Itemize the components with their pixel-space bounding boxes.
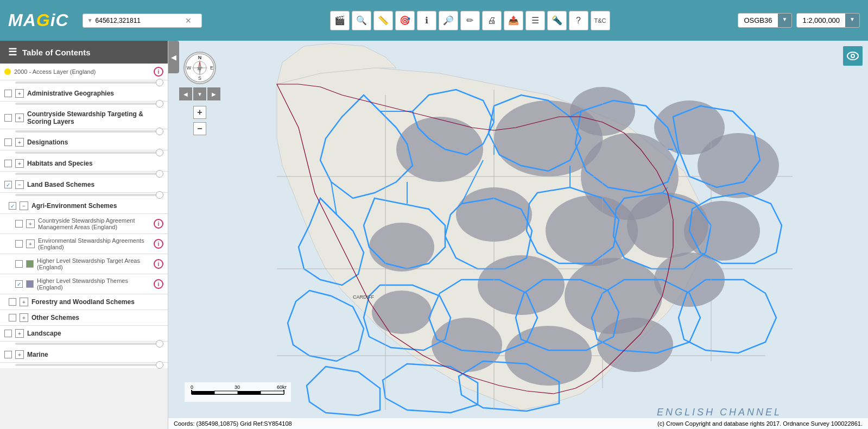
- habitats-expand[interactable]: [15, 159, 24, 168]
- landscape-checkbox[interactable]: [4, 330, 12, 337]
- admin-geo-opacity-track[interactable]: [15, 103, 163, 105]
- find-tool-button[interactable]: 🔦: [547, 11, 567, 30]
- cs-targeting-checkbox[interactable]: [4, 114, 12, 122]
- query-tool-button[interactable]: 🔎: [439, 11, 458, 30]
- sidebar-toggle-button[interactable]: ◀: [168, 41, 179, 73]
- admin-geo-checkbox[interactable]: [4, 90, 12, 97]
- nav-right-button[interactable]: ▶: [207, 87, 220, 100]
- land-schemes-opacity-track[interactable]: [15, 194, 163, 196]
- layer-cs-agreement: Countryside Stewardship Agreement Manage…: [0, 214, 168, 234]
- higher-level-target-info-btn[interactable]: i: [154, 259, 163, 269]
- cs-agreement-expand[interactable]: [26, 219, 35, 228]
- higher-level-target-checkbox[interactable]: [15, 260, 23, 268]
- layer-access: 2000 - Access Layer (England) i: [0, 64, 168, 80]
- svg-text:CARDIFF: CARDIFF: [353, 294, 374, 300]
- info-tool-button[interactable]: ℹ: [417, 11, 436, 30]
- nav-row: ◀ ▼ ▶: [179, 87, 220, 100]
- svg-rect-49: [261, 391, 284, 394]
- svg-rect-46: [192, 391, 214, 394]
- marine-opacity-track[interactable]: [15, 364, 163, 366]
- habitats-checkbox[interactable]: [4, 160, 12, 167]
- compass-rose: N S E W 30°: [183, 52, 216, 84]
- agri-env-checkbox[interactable]: [9, 202, 16, 210]
- eye-icon-button[interactable]: [843, 46, 863, 66]
- list-tool-button[interactable]: ☰: [525, 11, 545, 30]
- habitats-opacity-track[interactable]: [15, 173, 163, 175]
- other-schemes-checkbox[interactable]: [9, 314, 16, 321]
- search-tool-button[interactable]: 🔍: [352, 11, 371, 30]
- crs-dropdown-arrow[interactable]: ▼: [778, 14, 792, 27]
- toc-body[interactable]: 2000 - Access Layer (England) i Administ…: [0, 64, 168, 429]
- env-stewardship-checkbox[interactable]: [15, 240, 23, 248]
- crs-label: OSGB36: [738, 14, 777, 27]
- forestry-expand[interactable]: [20, 298, 28, 306]
- agri-env-expand[interactable]: [20, 201, 28, 210]
- access-legend-dot: [4, 68, 11, 75]
- toc-icon: ☰: [8, 46, 17, 58]
- tc-tool-button[interactable]: T&C: [591, 11, 610, 30]
- export-tool-button[interactable]: 📤: [504, 11, 523, 30]
- layer-higher-level-target: Higher Level Stewardship Target Areas (E…: [0, 254, 168, 274]
- layer-higher-level-target-label: Higher Level Stewardship Target Areas (E…: [37, 257, 150, 270]
- toc-title: Table of Contents: [22, 48, 91, 57]
- search-dropdown-icon[interactable]: ▼: [87, 17, 93, 23]
- search-input[interactable]: [96, 17, 182, 24]
- help-tool-button[interactable]: ?: [569, 11, 588, 30]
- layer-cs-targeting-label: Countryside Stewardship Targeting & Scor…: [27, 110, 163, 125]
- access-opacity-track[interactable]: [15, 81, 163, 84]
- higher-level-themes-checkbox[interactable]: [15, 280, 23, 288]
- designations-checkbox[interactable]: [4, 138, 12, 146]
- cs-targeting-opacity-track[interactable]: [15, 130, 163, 133]
- locate-tool-button[interactable]: 🎯: [395, 11, 415, 30]
- cs-targeting-expand[interactable]: [15, 113, 24, 122]
- svg-text:0: 0: [191, 384, 193, 390]
- layer-env-stewardship: Environmental Stewardship Agreements (En…: [0, 234, 168, 254]
- higher-level-themes-info-btn[interactable]: i: [154, 279, 163, 289]
- scale-label: 1:2,000,000: [797, 14, 845, 27]
- print-tool-button[interactable]: 🖨: [482, 11, 502, 30]
- scale-dropdown[interactable]: 1:2,000,000 ▼: [796, 13, 860, 28]
- nav-down-button[interactable]: ▼: [193, 87, 206, 100]
- search-clear-icon[interactable]: ✕: [185, 16, 192, 25]
- layer-access-label: 2000 - Access Layer (England): [14, 68, 150, 75]
- nav-left-button[interactable]: ◀: [179, 87, 192, 100]
- landscape-expand[interactable]: [15, 329, 24, 338]
- landscape-opacity-track[interactable]: [15, 343, 163, 345]
- layer-admin-geo-label: Administrative Geographies: [27, 90, 163, 97]
- sidebar: ☰ Table of Contents 2000 - Access Layer …: [0, 41, 168, 429]
- search-container[interactable]: ▼ ✕: [83, 14, 202, 28]
- crs-dropdown[interactable]: OSGB36 ▼: [738, 13, 792, 28]
- access-info-btn[interactable]: i: [154, 67, 163, 77]
- edit-tool-button[interactable]: ✏: [460, 11, 480, 30]
- svg-point-2: [396, 117, 483, 182]
- env-stewardship-info-btn[interactable]: i: [154, 239, 163, 249]
- forestry-checkbox[interactable]: [9, 298, 16, 306]
- land-schemes-checkbox[interactable]: [4, 181, 12, 188]
- cs-agreement-info-btn[interactable]: i: [154, 219, 163, 229]
- env-stewardship-expand[interactable]: [26, 239, 35, 248]
- layer-higher-level-themes-label: Higher Level Stewardship Themes (England…: [37, 277, 150, 291]
- layer-cs-targeting: Countryside Stewardship Targeting & Scor…: [0, 107, 168, 129]
- designations-opacity-track[interactable]: [15, 152, 163, 154]
- other-schemes-expand[interactable]: [20, 313, 28, 322]
- map-container[interactable]: ENGLISH CHANNEL CARDIFF N S E W: [168, 41, 868, 429]
- measure-tool-button[interactable]: 📏: [373, 11, 393, 30]
- zoom-in-button[interactable]: +: [193, 106, 206, 119]
- layer-higher-level-themes: Higher Level Stewardship Themes (England…: [0, 274, 168, 294]
- scale-dropdown-arrow[interactable]: ▼: [845, 14, 859, 27]
- map-controls: N S E W 30° ◀ ▼: [179, 52, 220, 135]
- land-schemes-expand[interactable]: [15, 180, 24, 189]
- marine-opacity-row: [0, 363, 168, 368]
- film-tool-button[interactable]: 🎬: [330, 11, 350, 30]
- marine-checkbox[interactable]: [4, 351, 12, 358]
- layer-marine-label: Marine: [27, 351, 163, 358]
- marine-expand[interactable]: [15, 350, 24, 359]
- svg-text:S: S: [198, 75, 201, 81]
- designations-expand[interactable]: [15, 138, 24, 147]
- layer-land-schemes-label: Land Based Schemes: [27, 181, 163, 188]
- layer-admin-geo: Administrative Geographies: [0, 86, 168, 102]
- admin-geo-expand[interactable]: [15, 89, 24, 98]
- zoom-out-button[interactable]: −: [193, 122, 206, 135]
- cs-agreement-checkbox[interactable]: [15, 220, 23, 228]
- higher-level-themes-legend: [26, 280, 34, 288]
